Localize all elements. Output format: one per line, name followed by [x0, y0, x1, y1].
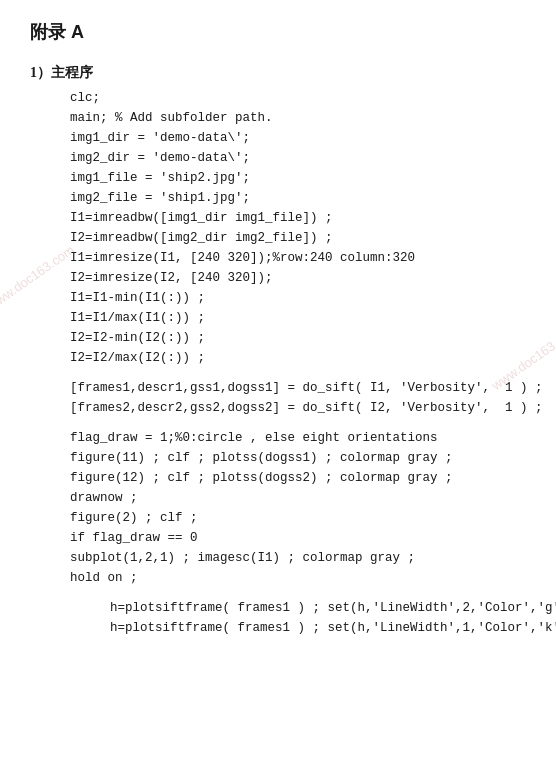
code-line-i2resize: I2=imresize(I2, [240 320]);	[70, 268, 526, 288]
code-line-i2read: I2=imreadbw([img2_dir img2_file]) ;	[70, 228, 526, 248]
code-line-i1resize: I1=imresize(I1, [240 320]);%row:240 colu…	[70, 248, 526, 268]
code-line-flagdraw: flag_draw = 1;%0:circle , else eight ori…	[70, 428, 526, 448]
code-line-empty2	[70, 418, 526, 428]
code-line-main: main; % Add subfolder path.	[70, 108, 526, 128]
code-line-img2file: img2_file = 'ship1.jpg';	[70, 188, 526, 208]
code-line-img1file: img1_file = 'ship2.jpg';	[70, 168, 526, 188]
code-line-dosift1: [frames1,descr1,gss1,dogss1] = do_sift( …	[70, 378, 526, 398]
code-line-dosift2: [frames2,descr2,gss2,dogss2] = do_sift( …	[70, 398, 526, 418]
code-line-i1max: I1=I1/max(I1(:)) ;	[70, 308, 526, 328]
code-line-img1dir: img1_dir = 'demo-data\';	[70, 128, 526, 148]
section-header: 1）主程序	[30, 64, 526, 82]
code-block: clc; main; % Add subfolder path. img1_di…	[70, 88, 526, 588]
code-line-i1read: I1=imreadbw([img1_dir img1_file]) ;	[70, 208, 526, 228]
code-line-drawnow: drawnow ;	[70, 488, 526, 508]
code-line-figure2: figure(2) ; clf ;	[70, 508, 526, 528]
code-line-img2dir: img2_dir = 'demo-data\';	[70, 148, 526, 168]
watermark-1: www.doc163.com	[0, 242, 77, 313]
code-line-if: if flag_draw == 0	[70, 528, 526, 548]
code-line-figure12: figure(12) ; clf ; plotss(dogss2) ; colo…	[70, 468, 526, 488]
page-title: 附录 A	[30, 20, 526, 44]
code-line-i2min: I2=I2-min(I2(:)) ;	[70, 328, 526, 348]
code-line-i1min: I1=I1-min(I1(:)) ;	[70, 288, 526, 308]
code-line-plotsift2: h=plotsiftframe( frames1 ) ; set(h,'Line…	[110, 618, 526, 638]
code-line-holdon: hold on ;	[70, 568, 526, 588]
code-line-figure11: figure(11) ; clf ; plotss(dogss1) ; colo…	[70, 448, 526, 468]
code-line-clc: clc;	[70, 88, 526, 108]
code-line-i2max: I2=I2/max(I2(:)) ;	[70, 348, 526, 368]
code-line-empty1	[70, 368, 526, 378]
code-line-plotsift1: h=plotsiftframe( frames1 ) ; set(h,'Line…	[110, 598, 526, 618]
indent-block: h=plotsiftframe( frames1 ) ; set(h,'Line…	[110, 598, 526, 638]
code-line-subplot: subplot(1,2,1) ; imagesc(I1) ; colormap …	[70, 548, 526, 568]
